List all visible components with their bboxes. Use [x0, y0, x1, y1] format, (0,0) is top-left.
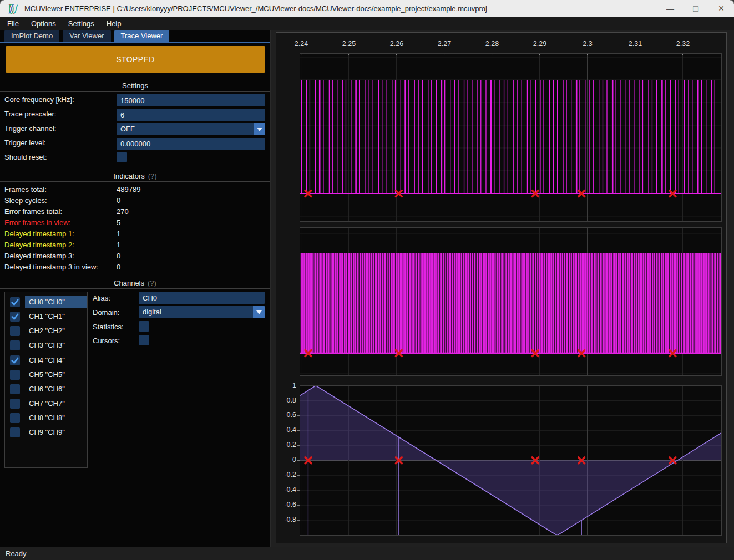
channel-row: CH3 "CH3"	[5, 338, 87, 353]
delayed-timestamp3-in-view-value: 0	[117, 263, 120, 271]
x-tick-label: 2.28	[485, 40, 499, 48]
delayed-timestamp2-label: Delayed timestamp 2:	[4, 241, 74, 249]
y-tick-label: 0	[274, 456, 296, 464]
chevron-down-icon[interactable]	[254, 123, 265, 135]
tab-bar: ImPlot Demo Var Viewer Trace Viewer	[0, 30, 271, 42]
delayed-timestamp2-value: 1	[117, 241, 120, 249]
y-tick-label: -0.8	[274, 516, 296, 523]
sleep-cycles-label: Sleep cycles:	[4, 196, 47, 205]
statistics-checkbox[interactable]	[139, 321, 149, 332]
cursors-label: Cursors:	[93, 337, 120, 345]
chevron-down-icon[interactable]	[253, 306, 265, 318]
channel-item-ch3[interactable]: CH3 "CH3"	[25, 339, 87, 352]
status-bar: Ready	[0, 547, 734, 560]
channel-checkbox-ch9[interactable]	[10, 427, 20, 437]
x-tick-label: 2.27	[438, 40, 451, 48]
x-tick-label: 2.24	[295, 40, 308, 48]
delayed-timestamp3-in-view-label: Delayed timestamp 3 in view:	[4, 263, 98, 271]
status-text: Ready	[6, 549, 27, 558]
settings-header: Settings	[0, 82, 270, 90]
trigger-level-input[interactable]	[117, 138, 265, 150]
channel-checkbox-ch8[interactable]	[10, 413, 20, 423]
x-tick-label: 2.29	[533, 40, 546, 48]
title-bar[interactable]: MCUViewer ENTERPRISE | C:/Users/klonyyy/…	[0, 0, 734, 17]
check-icon	[10, 355, 20, 365]
statistics-label: Statistics:	[93, 323, 124, 331]
window-title: MCUViewer ENTERPRISE | C:/Users/klonyyy/…	[24, 4, 487, 13]
app-window: MCUViewer ENTERPRISE | C:/Users/klonyyy/…	[0, 0, 734, 560]
channel-checkbox-ch2[interactable]	[10, 326, 20, 336]
plot-ch1[interactable]	[300, 227, 722, 376]
alias-label: Alias:	[93, 294, 110, 302]
channel-item-ch0[interactable]: CH0 "CH0"	[25, 296, 87, 308]
x-tick-label: 2.26	[390, 40, 403, 48]
channel-item-ch2[interactable]: CH2 "CH2"	[25, 324, 87, 337]
channel-checkbox-ch5[interactable]	[10, 370, 20, 380]
channel-checkbox-ch7[interactable]	[10, 399, 20, 409]
check-icon	[10, 312, 20, 322]
sleep-cycles-value: 0	[117, 196, 120, 205]
frames-total-value: 489789	[117, 185, 140, 194]
y-tick-label: 0.2	[274, 441, 296, 449]
y-tick-label: 1	[274, 381, 296, 389]
channel-item-ch9[interactable]: CH9 "CH9"	[25, 426, 87, 439]
channel-row: CH8 "CH8"	[5, 411, 87, 425]
y-tick-label: -0.2	[274, 471, 296, 478]
trace-prescaler-input[interactable]	[117, 109, 265, 121]
channel-item-ch7[interactable]: CH7 "CH7"	[25, 397, 87, 410]
channel-checkbox-ch3[interactable]	[10, 340, 20, 350]
tab-var-viewer[interactable]: Var Viewer	[63, 30, 110, 42]
menu-settings[interactable]: Settings	[62, 17, 100, 30]
delayed-timestamp3-label: Delayed timestamp 3:	[4, 252, 74, 260]
menu-file[interactable]: File	[1, 17, 25, 30]
channel-item-ch4[interactable]: CH4 "CH4"	[25, 354, 87, 366]
channel-checkbox-ch1[interactable]	[10, 312, 20, 322]
cursors-checkbox[interactable]	[139, 335, 149, 345]
should-reset-label: Should reset:	[4, 153, 47, 161]
menu-help[interactable]: Help	[100, 17, 128, 30]
minimize-button[interactable]: —	[657, 0, 683, 17]
error-frames-total-label: Error frames total:	[4, 207, 62, 216]
plot-ch0[interactable]	[300, 53, 722, 222]
domain-value: digital	[143, 306, 161, 318]
tab-implot-demo[interactable]: ImPlot Demo	[4, 30, 59, 42]
core-frequency-label: Core frequency [kHz]:	[4, 95, 74, 104]
channel-checkbox-ch0[interactable]	[10, 297, 20, 307]
separator	[0, 288, 270, 289]
trigger-channel-combo[interactable]: OFF	[117, 123, 265, 135]
channel-row: CH5 "CH5"	[5, 368, 87, 382]
acquisition-state-button[interactable]: STOPPED	[6, 46, 265, 73]
channel-row: CH0 "CH0"	[5, 295, 87, 309]
channel-item-ch8[interactable]: CH8 "CH8"	[25, 411, 87, 424]
domain-combo[interactable]: digital	[139, 306, 265, 318]
channel-row: CH6 "CH6"	[5, 382, 87, 396]
should-reset-checkbox[interactable]	[117, 152, 127, 162]
channel-row: CH2 "CH2"	[5, 324, 87, 338]
domain-label: Domain:	[93, 308, 119, 317]
channel-checkbox-ch6[interactable]	[10, 384, 20, 394]
y-tick-label: -0.4	[274, 486, 296, 493]
alias-input[interactable]	[139, 292, 265, 304]
channels-help-icon[interactable]: (?)	[148, 279, 156, 287]
channels-header: Channels(?)	[0, 279, 270, 287]
maximize-button[interactable]: □	[683, 0, 708, 17]
channel-item-ch1[interactable]: CH1 "CH1"	[25, 310, 87, 323]
plot-ch4[interactable]	[300, 385, 722, 536]
channel-item-ch5[interactable]: CH5 "CH5"	[25, 368, 87, 381]
indicators-header: Indicators(?)	[0, 172, 270, 180]
menu-options[interactable]: Options	[25, 17, 62, 30]
error-frames-in-view-value: 5	[117, 218, 120, 227]
close-button[interactable]: ×	[708, 0, 734, 17]
channel-list: CH0 "CH0" CH1 "CH1" CH2 "CH2" CH3 "CH3" …	[4, 292, 88, 468]
indicators-help-icon[interactable]: (?)	[148, 172, 157, 180]
y-tick-label: 0.8	[274, 396, 296, 404]
error-frames-total-value: 270	[117, 207, 129, 216]
x-tick-label: 2.32	[676, 40, 690, 48]
core-frequency-input[interactable]	[117, 94, 265, 106]
x-tick-label: 2.31	[629, 40, 642, 48]
trigger-channel-value: OFF	[120, 123, 135, 135]
channel-item-ch6[interactable]: CH6 "CH6"	[25, 383, 87, 395]
tab-trace-viewer[interactable]: Trace Viewer	[114, 30, 170, 42]
channel-checkbox-ch4[interactable]	[10, 355, 20, 365]
channel-row: CH9 "CH9"	[5, 425, 87, 440]
